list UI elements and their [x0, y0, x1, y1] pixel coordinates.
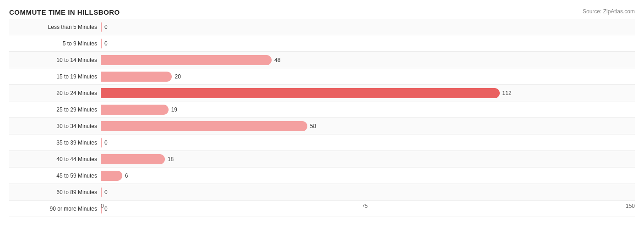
bar-track: 0 — [101, 184, 635, 200]
bar-track: 18 — [101, 151, 635, 167]
bar-track: 48 — [101, 52, 635, 68]
bars-area: Less than 5 Minutes05 to 9 Minutes010 to… — [9, 19, 635, 198]
bar-fill — [101, 22, 102, 32]
bar-label: 15 to 19 Minutes — [9, 73, 101, 80]
bar-row: 10 to 14 Minutes48 — [9, 52, 635, 68]
bar-label: 45 to 59 Minutes — [9, 173, 101, 179]
bar-fill — [101, 154, 165, 164]
bar-fill — [101, 72, 172, 82]
chart-title: COMMUTE TIME IN HILLSBORO — [9, 8, 635, 16]
bar-value: 112 — [502, 90, 512, 96]
bar-track: 19 — [101, 101, 635, 117]
bar-row: 35 to 39 Minutes0 — [9, 134, 635, 151]
bar-row: 30 to 34 Minutes58 — [9, 118, 635, 134]
bar-fill — [101, 171, 122, 181]
chart-area: Less than 5 Minutes05 to 9 Minutes010 to… — [9, 19, 635, 209]
bar-fill — [101, 105, 169, 115]
x-axis: 075150 — [101, 203, 635, 209]
bar-label: 25 to 29 Minutes — [9, 106, 101, 113]
x-axis-label: 75 — [362, 203, 368, 209]
bar-label: 60 to 89 Minutes — [9, 189, 101, 195]
x-axis-label: 150 — [626, 203, 635, 209]
bar-track: 0 — [101, 134, 635, 151]
chart-container: COMMUTE TIME IN HILLSBORO Source: ZipAtl… — [0, 0, 644, 240]
bar-fill — [101, 39, 102, 49]
bar-row: 45 to 59 Minutes6 — [9, 167, 635, 184]
bar-value: 58 — [310, 123, 316, 129]
bar-fill — [101, 138, 102, 148]
bar-label: 10 to 14 Minutes — [9, 57, 101, 63]
bar-label: 5 to 9 Minutes — [9, 40, 101, 47]
bar-row: 20 to 24 Minutes112 — [9, 85, 635, 101]
chart-source: Source: ZipAtlas.com — [583, 8, 635, 15]
bar-row: 60 to 89 Minutes0 — [9, 184, 635, 201]
bar-row: 5 to 9 Minutes0 — [9, 35, 635, 52]
bar-row: Less than 5 Minutes0 — [9, 19, 635, 35]
bar-label: 40 to 44 Minutes — [9, 156, 101, 162]
bar-fill — [101, 121, 307, 131]
bar-fill — [101, 88, 500, 98]
bar-track: 0 — [101, 19, 635, 35]
bar-row: 15 to 19 Minutes20 — [9, 68, 635, 85]
bar-track: 6 — [101, 167, 635, 184]
bar-value: 18 — [168, 156, 174, 162]
bar-fill — [101, 187, 102, 197]
bar-row: 25 to 29 Minutes19 — [9, 101, 635, 118]
bar-value: 0 — [104, 24, 108, 30]
bar-track: 0 — [101, 35, 635, 51]
bar-value: 6 — [125, 173, 128, 179]
bar-value: 0 — [104, 189, 108, 195]
x-axis-label: 0 — [101, 203, 104, 209]
bar-value: 0 — [104, 40, 108, 47]
bar-value: 48 — [274, 57, 280, 63]
bar-track: 58 — [101, 118, 635, 134]
bar-row: 40 to 44 Minutes18 — [9, 151, 635, 167]
bar-track: 20 — [101, 68, 635, 84]
bar-label: Less than 5 Minutes — [9, 24, 101, 30]
bar-value: 19 — [171, 106, 177, 113]
bar-label: 20 to 24 Minutes — [9, 90, 101, 96]
bar-value: 0 — [104, 140, 108, 146]
bar-label: 90 or more Minutes — [9, 206, 101, 212]
bar-label: 35 to 39 Minutes — [9, 140, 101, 146]
bar-track: 112 — [101, 85, 635, 101]
bar-label: 30 to 34 Minutes — [9, 123, 101, 129]
bar-fill — [101, 55, 272, 65]
bar-value: 20 — [175, 73, 180, 80]
